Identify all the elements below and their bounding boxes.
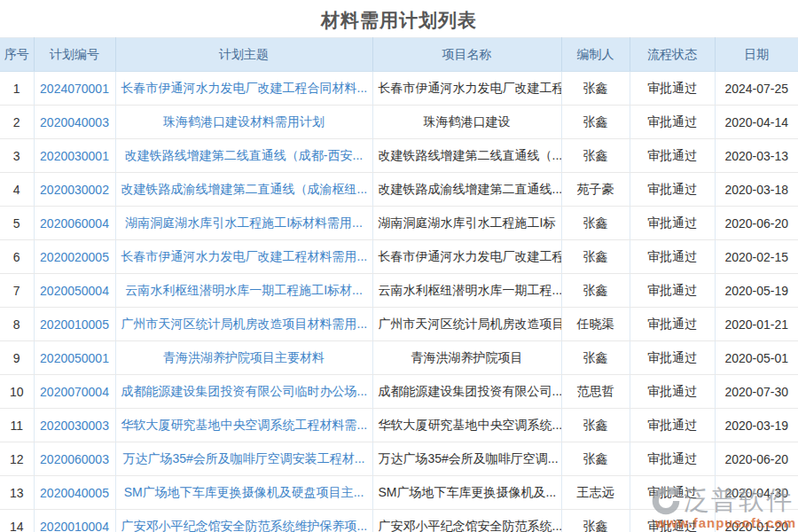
plan-no-link[interactable]: 2020030001	[34, 139, 115, 173]
plan-no-link[interactable]: 2020070004	[40, 385, 109, 399]
column-header-subject: 计划主题	[115, 38, 372, 72]
subject-link[interactable]: 云南水利枢纽潜明水库一期工程施工I标材...	[115, 274, 372, 308]
subject-link[interactable]: 珠海鹤港口建设材料需用计划	[115, 106, 372, 139]
plan-no-link[interactable]: 2020060003	[40, 452, 109, 466]
date-cell: 2020-03-18	[715, 173, 798, 207]
subject-link[interactable]: 广州市天河区统计局机房改造项目材料需用...	[115, 308, 372, 341]
project-name-cell: 成都能源建设集团投资有限公司...	[372, 375, 561, 409]
project-name-cell: 万达广场35#会所及咖啡厅空调...	[372, 442, 561, 476]
creator-cell: 张鑫	[561, 240, 630, 274]
plan-no-link[interactable]: 2020030003	[40, 419, 109, 433]
status-cell: 审批通过	[630, 72, 715, 106]
plan-no-link[interactable]: 2020050004	[34, 274, 115, 308]
plan-no-link[interactable]: 2020040003	[34, 106, 115, 139]
subject-link[interactable]: 青海洪湖养护院项目主要材料	[115, 341, 372, 375]
serial-cell: 12	[0, 442, 34, 476]
subject-link[interactable]: SM广场地下车库更换摄像机及硬盘项目主...	[115, 476, 372, 510]
subject-link[interactable]: 长春市伊通河水力发电厂改建工程材料需用...	[121, 249, 368, 263]
serial-cell: 5	[0, 207, 34, 240]
plan-no-link[interactable]: 2020030003	[34, 409, 115, 442]
project-name-cell: SM广场地下车库更换摄像机及...	[372, 476, 561, 510]
subject-link[interactable]: 万达广场35#会所及咖啡厅空调安装工程材...	[122, 451, 364, 466]
subject-link[interactable]: 华软大厦研究基地中央空调系统工程材料需...	[115, 409, 372, 442]
creator-cell: 张鑫	[561, 139, 630, 173]
plan-no-link[interactable]: 2020050001	[40, 351, 109, 365]
page-title: 材料需用计划列表	[0, 0, 798, 37]
subject-link[interactable]: 长春市伊通河水力发电厂改建工程合同材料...	[121, 81, 368, 95]
plan-no-link[interactable]: 2020010005	[40, 317, 109, 332]
serial-cell: 14	[0, 510, 34, 532]
subject-link[interactable]: 成都能源建设集团投资有限公司临时办公场...	[121, 384, 368, 398]
subject-link[interactable]: 广安邓小平纪念馆安全防范系统维护保养项...	[115, 510, 372, 532]
plan-no-link[interactable]: 2020060004	[40, 216, 109, 231]
plan-no-link[interactable]: 2020020005	[34, 240, 115, 274]
subject-link[interactable]: 改建铁路线增建第二线直通线（成都-西安...	[125, 148, 363, 162]
subject-link[interactable]: 改建铁路线增建第二线直通线（成都-西安...	[115, 139, 372, 173]
project-name-cell: 改建铁路线增建第二线直通线（...	[372, 139, 561, 173]
column-header-no: 序号	[0, 38, 34, 72]
plan-no-link[interactable]: 2020010004	[40, 520, 109, 532]
serial-cell: 4	[0, 173, 34, 207]
project-name-cell: 湖南洞庭湖水库引水工程施工I标	[372, 207, 561, 240]
serial-cell: 6	[0, 240, 34, 274]
material-plan-table: 序号计划编号计划主题项目名称编制人流程状态日期 12024070001长春市伊通…	[0, 37, 798, 532]
subject-link[interactable]: 青海洪湖养护院项目主要材料	[163, 350, 325, 364]
table-row: 142020010004广安邓小平纪念馆安全防范系统维护保养项...广安邓小平纪…	[0, 510, 798, 532]
project-name-cell: 长春市伊通河水力发电厂改建工程	[372, 72, 561, 106]
creator-cell: 王志远	[561, 476, 630, 510]
subject-link[interactable]: 珠海鹤港口建设材料需用计划	[163, 114, 325, 129]
creator-cell: 张鑫	[561, 274, 630, 308]
subject-link[interactable]: 湖南洞庭湖水库引水工程施工I标材料需用...	[115, 207, 372, 240]
subject-link[interactable]: 长春市伊通河水力发电厂改建工程材料需用...	[115, 240, 372, 274]
creator-cell: 张鑫	[561, 106, 630, 139]
column-header-creator: 编制人	[561, 38, 630, 72]
subject-link[interactable]: 改建铁路成渝线增建第二直通线（成渝枢纽...	[121, 182, 368, 196]
subject-link[interactable]: 成都能源建设集团投资有限公司临时办公场...	[115, 375, 372, 409]
plan-no-link[interactable]: 2020050001	[34, 341, 115, 375]
plan-no-link[interactable]: 2020030002	[40, 183, 109, 197]
table-row: 112020030003华软大厦研究基地中央空调系统工程材料需...华软大厦研究…	[0, 409, 798, 442]
plan-no-link[interactable]: 2020010004	[34, 510, 115, 532]
table-row: 72020050004云南水利枢纽潜明水库一期工程施工I标材...云南水利枢纽潜…	[0, 274, 798, 308]
project-name-cell: 云南水利枢纽潜明水库一期工程...	[372, 274, 561, 308]
table-row: 102020070004成都能源建设集团投资有限公司临时办公场...成都能源建设…	[0, 375, 798, 409]
plan-no-link[interactable]: 2020040005	[40, 486, 109, 500]
plan-no-link[interactable]: 2024070001	[40, 82, 109, 96]
date-cell: 2020-07-30	[715, 375, 798, 409]
plan-no-link[interactable]: 2020050004	[40, 284, 109, 298]
date-cell: 2020-03-13	[715, 139, 798, 173]
creator-cell: 苑子豪	[561, 173, 630, 207]
date-cell: 2020-05-19	[715, 274, 798, 308]
plan-no-link[interactable]: 2020060003	[34, 442, 115, 476]
subject-link[interactable]: SM广场地下车库更换摄像机及硬盘项目主...	[124, 485, 364, 499]
subject-link[interactable]: 湖南洞庭湖水库引水工程施工I标材料需用...	[125, 215, 363, 230]
subject-link[interactable]: 万达广场35#会所及咖啡厅空调安装工程材...	[115, 442, 372, 476]
table-row: 12024070001长春市伊通河水力发电厂改建工程合同材料...长春市伊通河水…	[0, 72, 798, 106]
subject-link[interactable]: 华软大厦研究基地中央空调系统工程材料需...	[121, 418, 368, 432]
plan-no-link[interactable]: 2020040005	[34, 476, 115, 510]
serial-cell: 3	[0, 139, 34, 173]
plan-no-link[interactable]: 2020010005	[34, 308, 115, 341]
subject-link[interactable]: 改建铁路成渝线增建第二直通线（成渝枢纽...	[115, 173, 372, 207]
date-cell: 2024-07-25	[715, 72, 798, 106]
subject-link[interactable]: 广安邓小平纪念馆安全防范系统维护保养项...	[121, 519, 368, 532]
plan-no-link[interactable]: 2020030002	[34, 173, 115, 207]
subject-link[interactable]: 长春市伊通河水力发电厂改建工程合同材料...	[115, 72, 372, 106]
plan-no-link[interactable]: 2020040003	[40, 115, 109, 129]
plan-no-link[interactable]: 2024070001	[34, 72, 115, 106]
date-cell: 2020-06-20	[715, 207, 798, 240]
serial-cell: 7	[0, 274, 34, 308]
creator-cell: 张鑫	[561, 207, 630, 240]
plan-no-link[interactable]: 2020060004	[34, 207, 115, 240]
subject-link[interactable]: 广州市天河区统计局机房改造项目材料需用...	[121, 317, 368, 331]
plan-no-link[interactable]: 2020030001	[40, 149, 109, 163]
plan-no-link[interactable]: 2020020005	[40, 250, 109, 264]
creator-cell: 张鑫	[561, 72, 630, 106]
status-cell: 审批通过	[630, 106, 715, 139]
date-cell: 2020-01-21	[715, 308, 798, 341]
plan-no-link[interactable]: 2020070004	[34, 375, 115, 409]
column-header-project: 项目名称	[372, 38, 561, 72]
date-cell: 2020-03-19	[715, 409, 798, 442]
subject-link[interactable]: 云南水利枢纽潜明水库一期工程施工I标材...	[125, 283, 363, 297]
table-row: 122020060003万达广场35#会所及咖啡厅空调安装工程材...万达广场3…	[0, 442, 798, 476]
